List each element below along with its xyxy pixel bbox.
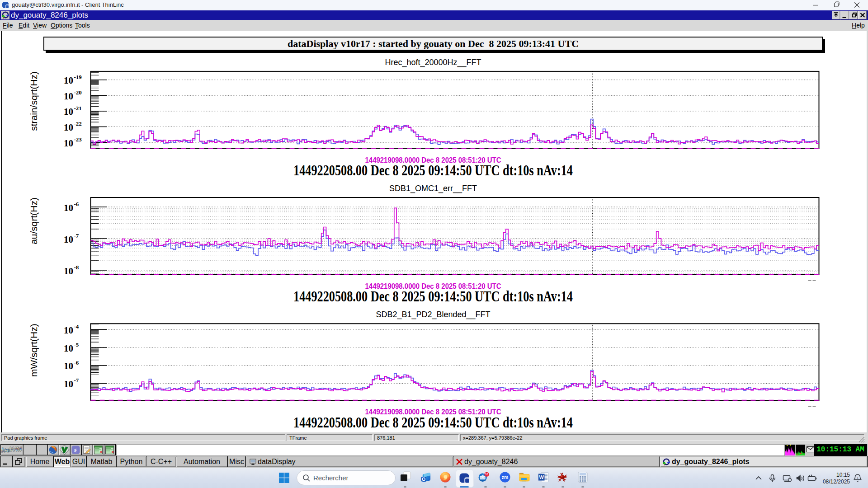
- svg-text:1449220508.00 Dec 8 2025 09:14: 1449220508.00 Dec 8 2025 09:14:50 UTC dt…: [293, 288, 573, 305]
- svg-text:-23: -23: [74, 136, 82, 143]
- svg-text:10: 10: [64, 343, 73, 354]
- svg-text:-6: -6: [74, 359, 79, 366]
- svg-text:-20: -20: [74, 89, 82, 96]
- svg-text:SDB1_OMC1_err__FFT: SDB1_OMC1_err__FFT: [389, 184, 477, 193]
- svg-text:-5: -5: [74, 341, 79, 348]
- svg-text:zm: zm: [502, 474, 509, 480]
- svg-text:SDB2_B1_PD2_Blended__FFT: SDB2_B1_PD2_Blended__FFT: [376, 310, 490, 319]
- svg-text:WM: WM: [9, 445, 22, 453]
- svg-text:10: 10: [64, 75, 73, 86]
- svg-text:10: 10: [64, 325, 73, 336]
- svg-text:-7: -7: [74, 232, 79, 239]
- svg-text:10: 10: [64, 122, 73, 133]
- svg-text:10: 10: [64, 106, 73, 117]
- svg-text:10: 10: [64, 379, 73, 389]
- svg-text:mW/sqrt(Hz): mW/sqrt(Hz): [28, 324, 39, 377]
- svg-text:-4: -4: [74, 323, 79, 330]
- svg-text:-6: -6: [74, 201, 79, 207]
- svg-text:-7: -7: [74, 377, 79, 384]
- svg-text:Ice: Ice: [1, 446, 10, 454]
- svg-text:W: W: [539, 474, 544, 480]
- svg-text:++: ++: [6, 14, 9, 18]
- svg-text:au/sqrt(Hz): au/sqrt(Hz): [28, 197, 39, 244]
- svg-text:10: 10: [64, 266, 73, 277]
- svg-text:10: 10: [64, 234, 73, 245]
- svg-text:-19: -19: [74, 74, 82, 80]
- svg-text:strain/sqrt(Hz): strain/sqrt(Hz): [28, 71, 39, 131]
- svg-text:10: 10: [64, 91, 73, 102]
- svg-text:-21: -21: [74, 105, 82, 112]
- svg-text:1449220508.00 Dec 8 2025 09:14: 1449220508.00 Dec 8 2025 09:14:50 UTC dt…: [293, 162, 573, 178]
- svg-text:++: ++: [667, 460, 670, 465]
- svg-text:10: 10: [64, 361, 73, 371]
- svg-text:1449220508.00 Dec 8 2025 09:14: 1449220508.00 Dec 8 2025 09:14:50 UTC dt…: [293, 414, 573, 431]
- svg-text:-22: -22: [74, 120, 82, 127]
- svg-text:Hrec_hoft_20000Hz__FFT: Hrec_hoft_20000Hz__FFT: [385, 58, 481, 67]
- svg-text:z: z: [857, 476, 859, 479]
- svg-text:10: 10: [64, 202, 73, 213]
- svg-text:10: 10: [485, 473, 489, 476]
- svg-text:10: 10: [64, 138, 73, 149]
- svg-text:ε: ε: [74, 446, 77, 454]
- svg-text:-8: -8: [74, 264, 79, 271]
